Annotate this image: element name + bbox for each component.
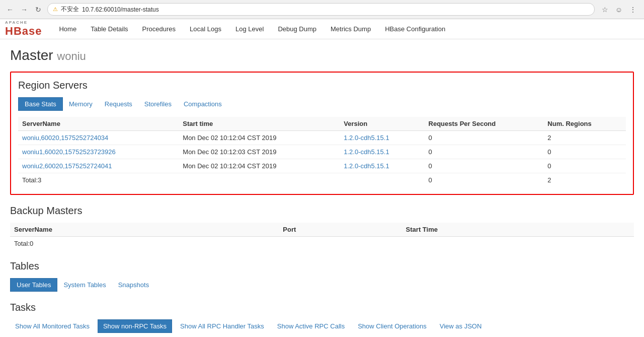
tab-memory[interactable]: Memory (63, 98, 99, 110)
show-client-ops-btn[interactable]: Show Client Operations (353, 320, 432, 332)
tab-requests[interactable]: Requests (99, 98, 138, 110)
tables-title: Tables (10, 260, 634, 272)
version-link-1[interactable]: 1.2.0-cdh5.15.1 (344, 148, 389, 156)
nav-debug-dump[interactable]: Debug Dump (271, 19, 324, 39)
backup-masters-section: Backup Masters ServerName Port Start Tim… (10, 205, 634, 250)
server-name-link-0[interactable]: woniu,60020,1575252724034 (22, 134, 108, 142)
browser-chrome: ← → ↻ ⚠ 不安全 10.7.62:60010/master-status … (0, 0, 644, 19)
show-all-rpc-handler-btn[interactable]: Show All RPC Handler Tasks (175, 320, 269, 332)
version-1: 1.2.0-cdh5.15.1 (340, 145, 424, 159)
total-requests: 0 (425, 173, 544, 187)
col-num-regions: Num. Regions (543, 117, 626, 131)
version-0: 1.2.0-cdh5.15.1 (340, 131, 424, 145)
version-link-2[interactable]: 1.2.0-cdh5.15.1 (344, 162, 389, 170)
backup-col-server-name: ServerName (10, 223, 279, 237)
region-servers-table: ServerName Start time Version Requests P… (18, 117, 626, 187)
region-servers-tabs: Base Stats Memory Requests Storefiles Co… (18, 97, 626, 111)
page-title: Master woniu (10, 47, 634, 63)
bookmarks-button[interactable]: ☆ (599, 4, 611, 16)
total-label: Total:3 (18, 173, 179, 187)
requests-2: 0 (425, 159, 544, 173)
col-server-name: ServerName (18, 117, 179, 131)
top-navigation: APACHE HBase Home Table Details Procedur… (0, 19, 644, 39)
regions-0: 2 (543, 131, 626, 145)
nav-metrics-dump[interactable]: Metrics Dump (324, 19, 378, 39)
col-start-time: Start time (179, 117, 340, 131)
master-label: Master (10, 47, 53, 63)
backup-total-row: Total:0 (10, 237, 634, 251)
hbase-logo: APACHE HBase (5, 21, 42, 37)
regions-2: 0 (543, 159, 626, 173)
start-time-2: Mon Dec 02 10:12:04 CST 2019 (179, 159, 340, 173)
backup-masters-title: Backup Masters (10, 205, 634, 217)
account-button[interactable]: ☺ (613, 4, 625, 16)
browser-action-buttons: ☆ ☺ ⋮ (599, 4, 639, 16)
tables-tabs: User Tables System Tables Snapshots (10, 278, 634, 292)
address-bar[interactable]: ⚠ 不安全 10.7.62:60010/master-status (47, 3, 595, 16)
nav-local-logs[interactable]: Local Logs (183, 19, 228, 39)
security-icon: ⚠ (53, 6, 58, 13)
start-time-0: Mon Dec 02 10:12:04 CST 2019 (179, 131, 340, 145)
show-active-rpc-btn[interactable]: Show Active RPC Calls (272, 320, 350, 332)
security-label: 不安全 (61, 5, 79, 14)
tasks-title: Tasks (10, 302, 634, 313)
backup-col-start-time: Start Time (402, 223, 634, 237)
nav-procedures[interactable]: Procedures (135, 19, 183, 39)
master-hostname: woniu (57, 50, 86, 62)
tab-compactions[interactable]: Compactions (178, 98, 228, 110)
show-all-monitored-btn[interactable]: Show All Monitored Tasks (10, 320, 95, 332)
tasks-section: Tasks Show All Monitored Tasks Show non-… (10, 302, 634, 337)
backup-col-port: Port (279, 223, 401, 237)
page-content: Master woniu Region Servers Base Stats M… (0, 39, 644, 337)
regions-1: 0 (543, 145, 626, 159)
backup-total-label: Total:0 (10, 237, 279, 251)
tab-storefiles[interactable]: Storefiles (138, 98, 178, 110)
forward-button[interactable]: → (19, 5, 29, 15)
total-row: Total:3 0 2 (18, 173, 626, 187)
nav-hbase-config[interactable]: HBase Configuration (378, 19, 452, 39)
tasks-buttons: Show All Monitored Tasks Show non-RPC Ta… (10, 319, 634, 333)
requests-0: 0 (425, 131, 544, 145)
total-regions: 2 (543, 173, 626, 187)
col-requests-per-second: Requests Per Second (425, 117, 544, 131)
nav-table-details[interactable]: Table Details (84, 19, 135, 39)
table-row: woniu1,60020,15752523723926 Mon Dec 02 1… (18, 145, 626, 159)
version-link-0[interactable]: 1.2.0-cdh5.15.1 (344, 134, 389, 142)
show-non-rpc-btn[interactable]: Show non-RPC Tasks (98, 319, 172, 333)
tables-section: Tables User Tables System Tables Snapsho… (10, 260, 634, 292)
start-time-1: Mon Dec 02 10:12:03 CST 2019 (179, 145, 340, 159)
table-row: woniu2,60020,1575252724041 Mon Dec 02 10… (18, 159, 626, 173)
backup-masters-table: ServerName Port Start Time Total:0 (10, 223, 634, 250)
reload-button[interactable]: ↻ (33, 5, 43, 15)
tab-system-tables[interactable]: System Tables (57, 279, 112, 291)
version-2: 1.2.0-cdh5.15.1 (340, 159, 424, 173)
view-as-json-btn[interactable]: View as JSON (435, 320, 487, 332)
back-button[interactable]: ← (5, 5, 15, 15)
nav-home[interactable]: Home (52, 19, 84, 39)
tab-snapshots[interactable]: Snapshots (112, 279, 155, 291)
nav-log-level[interactable]: Log Level (228, 19, 271, 39)
table-row: woniu,60020,1575252724034 Mon Dec 02 10:… (18, 131, 626, 145)
server-name-link-2[interactable]: woniu2,60020,1575252724041 (22, 162, 112, 170)
region-servers-section: Region Servers Base Stats Memory Request… (10, 72, 634, 195)
logo-hbase-text: HBase (5, 25, 42, 37)
menu-button[interactable]: ⋮ (627, 4, 639, 16)
url-display: 10.7.62:60010/master-status (82, 6, 159, 13)
region-servers-title: Region Servers (18, 80, 626, 91)
tab-base-stats[interactable]: Base Stats (18, 97, 63, 111)
col-version: Version (340, 117, 424, 131)
server-name-link-1[interactable]: woniu1,60020,15752523723926 (22, 148, 116, 156)
tab-user-tables[interactable]: User Tables (10, 278, 57, 292)
requests-1: 0 (425, 145, 544, 159)
